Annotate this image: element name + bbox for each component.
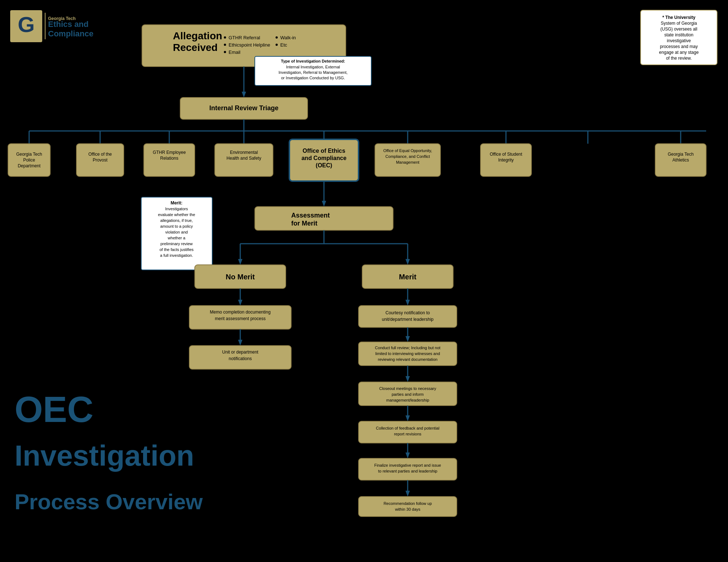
svg-text:of the review.: of the review. — [666, 56, 692, 61]
svg-point-27 — [276, 44, 278, 46]
svg-text:Georgia Tech: Georgia Tech — [668, 152, 693, 157]
svg-text:Finalize investigative report : Finalize investigative report and issue — [374, 463, 441, 467]
svg-text:Office of Ethics: Office of Ethics — [302, 148, 345, 154]
svg-text:Unit or department: Unit or department — [222, 350, 258, 355]
svg-text:Merit: Merit — [399, 273, 416, 281]
svg-text:amount to a policy: amount to a policy — [160, 224, 193, 228]
svg-point-19 — [224, 36, 226, 39]
svg-text:Overview of documentation: Overview of documentation — [403, 219, 455, 224]
svg-text:reviewing relevant documentati: reviewing relevant documentation — [378, 357, 438, 362]
svg-text:Review of Georgia Tech and Uni: Review of Georgia Tech and University — [403, 227, 478, 232]
svg-text:Closeout meetings to necessary: Closeout meetings to necessary — [379, 386, 436, 391]
svg-text:OEC: OEC — [15, 389, 94, 430]
svg-text:Health and Safety: Health and Safety — [226, 156, 261, 161]
svg-text:allegations, if true,: allegations, if true, — [160, 218, 193, 223]
svg-text:a full investigation.: a full investigation. — [160, 253, 193, 258]
svg-text:Athletics: Athletics — [672, 158, 689, 163]
svg-text:Investigation: Investigation — [15, 439, 194, 472]
svg-text:Assessment: Assessment — [291, 212, 330, 219]
svg-text:Department: Department — [18, 163, 41, 168]
svg-text:Courtesy notification to: Courtesy notification to — [385, 310, 430, 315]
svg-text:whether a: whether a — [167, 236, 186, 240]
svg-text:of the facts justifies: of the facts justifies — [159, 247, 194, 252]
svg-text:merit assessment process: merit assessment process — [215, 316, 265, 321]
svg-point-94 — [398, 221, 400, 223]
svg-text:parties and inform: parties and inform — [392, 392, 424, 396]
svg-text:violation and: violation and — [165, 230, 188, 234]
svg-text:investigative: investigative — [667, 38, 691, 43]
svg-text:Environmental: Environmental — [230, 150, 258, 155]
svg-point-21 — [224, 44, 226, 46]
svg-text:Discussions with appropriate p: Discussions with appropriate parties — [403, 212, 472, 217]
svg-text:Compliance: Compliance — [48, 29, 94, 38]
svg-text:for Merit: for Merit — [291, 220, 317, 227]
svg-text:Office of the: Office of the — [88, 152, 112, 157]
svg-text:Memo completion documenting: Memo completion documenting — [210, 310, 271, 315]
svg-rect-148 — [359, 497, 457, 517]
svg-text:report revisions: report revisions — [394, 432, 422, 436]
svg-point-96 — [398, 228, 400, 230]
svg-text:Internal Investigation, Extern: Internal Investigation, External — [286, 65, 340, 69]
svg-text:System of Georgia: System of Georgia — [661, 21, 697, 26]
svg-text:Relations: Relations — [160, 156, 178, 161]
svg-text:(OEC): (OEC) — [316, 162, 332, 168]
svg-text:Office of Student: Office of Student — [490, 152, 522, 157]
svg-text:evaluate whether the: evaluate whether the — [158, 212, 195, 217]
svg-text:and Compliance: and Compliance — [301, 155, 347, 161]
svg-text:Integrity: Integrity — [498, 158, 514, 163]
svg-text:state institution: state institution — [664, 32, 693, 37]
svg-text:Georgia Tech: Georgia Tech — [16, 152, 42, 157]
svg-text:Walk-in: Walk-in — [280, 35, 296, 40]
background-svg: G Georgia Tech Ethics and Compliance * T… — [0, 0, 728, 562]
svg-text:Compliance, and Conflict: Compliance, and Conflict — [385, 154, 430, 159]
svg-text:Investigation, Referral to Man: Investigation, Referral to Management, — [278, 70, 348, 75]
svg-text:Received: Received — [173, 42, 218, 53]
svg-text:System of Georgia Policy: System of Georgia Policy — [403, 232, 452, 237]
svg-text:Provost: Provost — [93, 158, 108, 163]
svg-text:Management: Management — [396, 160, 419, 164]
svg-text:No Merit: No Merit — [226, 273, 255, 281]
svg-text:Allegation: Allegation — [173, 30, 222, 41]
svg-text:Ethics and: Ethics and — [48, 20, 88, 29]
svg-text:GTHR Referral: GTHR Referral — [229, 35, 260, 40]
svg-point-25 — [276, 36, 278, 39]
svg-text:Ethicspoint Helpline: Ethicspoint Helpline — [229, 42, 270, 48]
svg-text:to relevant parties and leader: to relevant parties and leadership — [378, 469, 438, 473]
svg-text:Collection of feedback and pot: Collection of feedback and potential — [376, 426, 439, 430]
svg-text:Merit:: Merit: — [171, 200, 183, 206]
svg-text:(USG) oversees all: (USG) oversees all — [660, 27, 697, 32]
svg-text:unit/department leadership: unit/department leadership — [382, 317, 434, 322]
svg-text:management/leadership: management/leadership — [386, 398, 429, 402]
svg-text:or Investigation Conducted by : or Investigation Conducted by USG. — [281, 76, 345, 80]
svg-text:Recommendation follow up: Recommendation follow up — [384, 501, 432, 506]
svg-text:limited to interviewing witnes: limited to interviewing witnesses and — [375, 351, 440, 356]
svg-text:Police: Police — [23, 158, 35, 163]
svg-point-23 — [224, 51, 226, 53]
svg-text:Etc: Etc — [280, 42, 287, 48]
svg-text:GTHR Employee: GTHR Employee — [153, 150, 186, 155]
svg-text:G: G — [18, 12, 35, 37]
svg-text:notifications: notifications — [229, 356, 252, 361]
svg-text:Office of Equal Opportunity,: Office of Equal Opportunity, — [383, 148, 432, 153]
svg-text:Internal Review Triage: Internal Review Triage — [209, 104, 278, 112]
svg-text:Investigators: Investigators — [165, 207, 188, 211]
svg-text:Process Overview: Process Overview — [15, 490, 203, 514]
svg-point-92 — [398, 214, 400, 216]
svg-text:Type of Investigation Determin: Type of Investigation Determined: — [281, 59, 345, 63]
svg-text:preliminary review: preliminary review — [161, 242, 193, 246]
svg-text:Conduct full review; Including: Conduct full review; Including but not — [375, 346, 440, 350]
svg-text:Email: Email — [229, 49, 241, 55]
svg-rect-121 — [359, 306, 457, 327]
svg-text:engage at any stage: engage at any stage — [659, 50, 699, 55]
svg-text:within 30 days: within 30 days — [395, 507, 420, 511]
svg-text:* The University: * The University — [662, 15, 696, 20]
svg-text:processes and may: processes and may — [660, 44, 698, 49]
